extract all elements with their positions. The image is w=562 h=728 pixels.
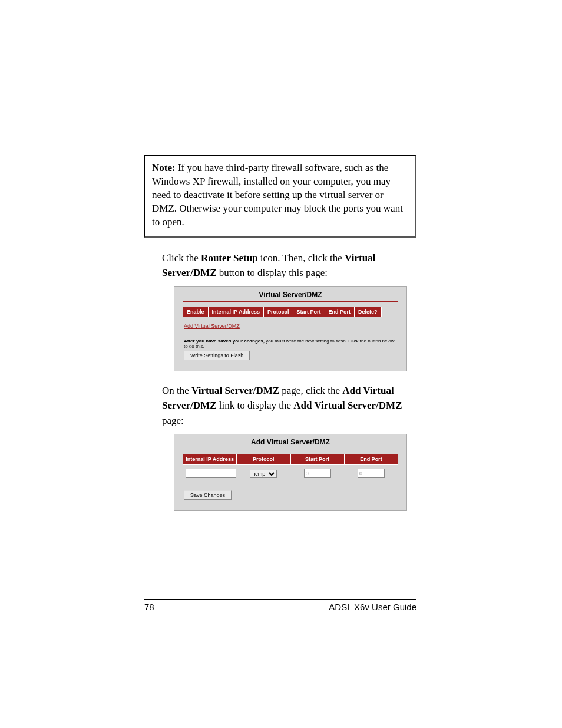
col2-internal-ip: Internal IP Address	[183, 454, 237, 465]
end-port-input[interactable]	[358, 469, 385, 478]
instruction-paragraph-1: Click the Router Setup icon. Then, click…	[162, 251, 416, 281]
page-number: 78	[144, 602, 154, 612]
write-settings-button[interactable]: Write Settings to Flash	[184, 351, 250, 360]
protocol-select[interactable]: icmp	[250, 470, 277, 478]
internal-ip-input[interactable]	[186, 469, 236, 478]
virtual-server-panel: Virtual Server/DMZ Enable Internal IP Ad…	[174, 286, 407, 371]
save-changes-button[interactable]: Save Changes	[184, 490, 232, 500]
guide-title: ADSL X6v User Guide	[329, 602, 416, 612]
virtual-server-table: Enable Internal IP Address Protocol Star…	[183, 307, 382, 317]
col-enable: Enable	[183, 307, 209, 317]
instruction-paragraph-2: On the Virtual Server/DMZ page, click th…	[162, 383, 416, 429]
page-footer: 78 ADSL X6v User Guide	[144, 599, 416, 612]
add-virtual-server-panel: Add Virtual Server/DMZ Internal IP Addre…	[174, 434, 407, 511]
col2-protocol: Protocol	[237, 454, 290, 465]
panel-divider	[183, 301, 398, 302]
router-setup-bold: Router Setup	[201, 252, 258, 263]
panel2-divider	[183, 449, 398, 449]
col2-start-port: Start Port	[290, 454, 344, 465]
col-end-port: End Port	[325, 307, 355, 317]
add-virtual-server-table: Internal IP Address Protocol Start Port …	[183, 454, 398, 480]
note-box: Note: If you have third-party firewall s…	[144, 155, 416, 238]
col-protocol: Protocol	[264, 307, 293, 317]
table-row: icmp	[183, 465, 398, 481]
note-text: If you have third-party firewall softwar…	[152, 162, 403, 228]
start-port-input[interactable]	[304, 469, 331, 478]
panel-title: Virtual Server/DMZ	[174, 287, 406, 301]
col2-end-port: End Port	[344, 454, 398, 465]
col-delete: Delete?	[355, 307, 382, 317]
col-internal-ip: Internal IP Address	[208, 307, 264, 317]
flash-instruction: After you have saved your changes, you m…	[184, 338, 397, 360]
panel2-title: Add Virtual Server/DMZ	[174, 434, 406, 449]
add-virtual-server-link[interactable]: Add Virtual Server/DMZ	[184, 323, 397, 329]
col-start-port: Start Port	[293, 307, 325, 317]
note-label: Note:	[152, 162, 176, 173]
